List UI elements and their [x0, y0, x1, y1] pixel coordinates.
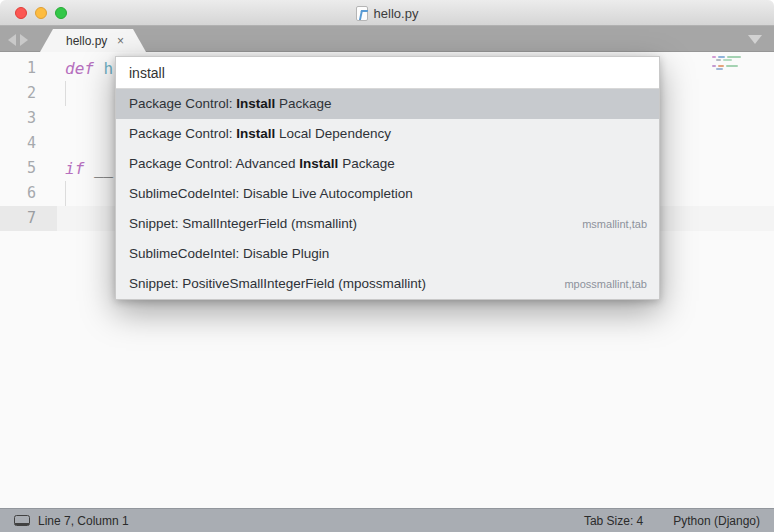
minimap-token [716, 68, 723, 70]
token-keyword: def [65, 59, 104, 78]
status-bar: Line 7, Column 1 Tab Size: 4 Python (Dja… [0, 508, 774, 532]
sublime-text-window: hello.py hello.py × 1def h2345if __67 Pa… [0, 0, 774, 532]
line-number[interactable]: 4 [0, 131, 57, 156]
token-plain: __ [94, 159, 113, 178]
line-number[interactable]: 6 [0, 181, 57, 206]
palette-item-4[interactable]: Snippet: SmallIntegerField (msmallint)ms… [116, 209, 659, 239]
palette-item-label: Snippet: SmallIntegerField (msmallint) [129, 209, 357, 239]
tab-hello-py[interactable]: hello.py × [40, 29, 146, 52]
palette-item-label: SublimeCodeIntel: Disable Plugin [129, 239, 329, 269]
minimap[interactable] [710, 56, 766, 76]
palette-item-5[interactable]: SublimeCodeIntel: Disable Plugin [116, 239, 659, 269]
indent-guide [65, 181, 66, 206]
palette-item-label: Package Control: Install Package [129, 89, 332, 119]
palette-item-6[interactable]: Snippet: PositiveSmallIntegerField (mpos… [116, 269, 659, 299]
tab-close-icon[interactable]: × [117, 34, 124, 48]
minimap-token [716, 59, 721, 61]
document-icon [356, 6, 368, 21]
window-title: hello.py [374, 6, 419, 21]
palette-item-3[interactable]: SublimeCodeIntel: Disable Live Autocompl… [116, 179, 659, 209]
tab-bar: hello.py × [0, 26, 774, 52]
titlebar[interactable]: hello.py [0, 0, 774, 26]
line-number[interactable]: 3 [0, 106, 57, 131]
token-func: h [104, 59, 114, 78]
palette-item-trigger-hint: msmallint,tab [582, 209, 647, 239]
code-text: def h [65, 56, 113, 81]
tab-size-control[interactable]: Tab Size: 4 [584, 514, 643, 528]
minimap-line [716, 68, 723, 70]
palette-item-label: Snippet: PositiveSmallIntegerField (mpos… [129, 269, 426, 299]
minimap-token [727, 56, 741, 58]
line-number[interactable]: 1 [0, 56, 57, 81]
minimap-token [718, 56, 725, 58]
line-number[interactable]: 5 [0, 156, 57, 181]
palette-item-1[interactable]: Package Control: Install Local Dependenc… [116, 119, 659, 149]
minimap-line [712, 56, 741, 58]
command-palette: Package Control: Install PackagePackage … [115, 56, 660, 300]
palette-item-label: SublimeCodeIntel: Disable Live Autocompl… [129, 179, 413, 209]
tab-label: hello.py [66, 34, 107, 48]
next-tab-arrow-icon[interactable] [20, 34, 28, 46]
code-text: if __ [65, 156, 113, 181]
tab-list-dropdown-icon[interactable] [748, 35, 762, 44]
indent-guide [65, 81, 66, 106]
minimap-line [716, 59, 732, 61]
palette-item-trigger-hint: mpossmallint,tab [564, 269, 647, 299]
palette-item-label: Package Control: Advanced Install Packag… [129, 149, 395, 179]
minimap-token [712, 65, 716, 67]
minimap-token [723, 59, 732, 61]
command-palette-input[interactable] [116, 57, 659, 89]
minimap-line [712, 65, 738, 67]
line-number[interactable]: 7 [0, 206, 57, 231]
palette-item-label: Package Control: Install Local Dependenc… [129, 119, 391, 149]
cursor-position-label: Line 7, Column 1 [38, 514, 129, 528]
line-number[interactable]: 2 [0, 81, 57, 106]
minimap-token [718, 65, 724, 67]
show-panel-icon[interactable] [14, 515, 30, 526]
palette-item-2[interactable]: Package Control: Advanced Install Packag… [116, 149, 659, 179]
minimap-token [712, 56, 716, 58]
editor-pane[interactable]: 1def h2345if __67 Package Control: Insta… [0, 52, 774, 508]
prev-tab-arrow-icon[interactable] [8, 34, 16, 46]
palette-item-0[interactable]: Package Control: Install Package [116, 89, 659, 119]
token-keyword: if [65, 159, 94, 178]
syntax-selector[interactable]: Python (Django) [673, 514, 760, 528]
minimap-token [726, 65, 738, 67]
